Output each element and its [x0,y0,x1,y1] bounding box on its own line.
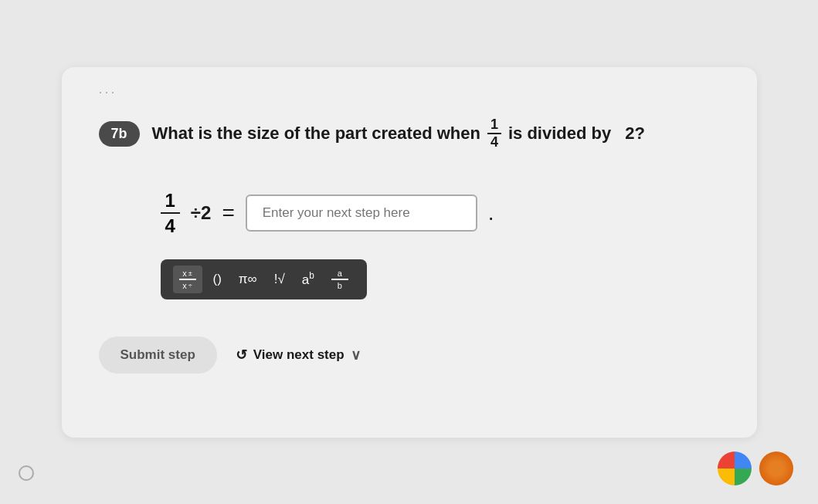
pi-infinity-icon: π∞ [239,272,257,287]
equation-fraction-num: 1 [161,188,180,214]
fraction-toolbar-btn[interactable]: x± x÷ [173,266,202,293]
view-next-step-button[interactable]: ↺ View next step ∨ [236,340,361,370]
equation-operator: ÷2 [191,202,212,224]
question-fraction-numerator: 1 [487,117,501,135]
question-card: ... 7b What is the size of the part crea… [62,67,757,438]
chrome-circles [718,452,793,485]
math-toolbar: x± x÷ () π∞ !√ ab a b [161,259,367,299]
ab-fraction-toolbar-btn[interactable]: a b [325,266,355,293]
question-divisor: 2? [625,123,645,144]
radical-toolbar-btn[interactable]: !√ [268,269,291,290]
pi-infinity-toolbar-btn[interactable]: π∞ [233,269,263,290]
chrome-icon [718,452,752,485]
action-row: Submit step ↺ View next step ∨ [99,337,720,374]
question-fraction-denominator: 4 [487,134,501,151]
ab-fraction-icon: a b [331,269,348,290]
equation-fraction-den: 4 [161,214,180,238]
extension-icon [759,452,793,485]
question-text: What is the size of the part created whe… [152,117,646,151]
radical-icon: !√ [274,272,285,287]
answer-input[interactable] [246,194,477,232]
submit-step-button[interactable]: Submit step [99,337,217,374]
question-fraction: 1 4 [487,117,501,151]
question-suffix: is divided by [508,123,611,144]
parentheses-toolbar-btn[interactable]: () [207,269,228,290]
superscript-icon: ab [302,270,314,288]
question-prefix: What is the size of the part created whe… [152,123,480,144]
view-next-label: View next step [253,347,345,363]
period: . [488,201,494,225]
view-next-icon: ↺ [236,347,247,364]
question-row: 7b What is the size of the part created … [99,117,720,151]
fraction-icon: x± x÷ [179,269,196,290]
three-dots: ... [99,81,117,97]
parentheses-icon: () [213,272,222,287]
equation-fraction: 1 4 [161,188,180,238]
equation-row: 1 4 ÷2 = . [99,188,720,238]
superscript-toolbar-btn[interactable]: ab [296,267,321,291]
equation-equals: = [222,201,234,225]
radio-button[interactable] [19,465,34,481]
question-badge: 7b [99,121,140,147]
chevron-down-icon: ∨ [351,347,361,364]
